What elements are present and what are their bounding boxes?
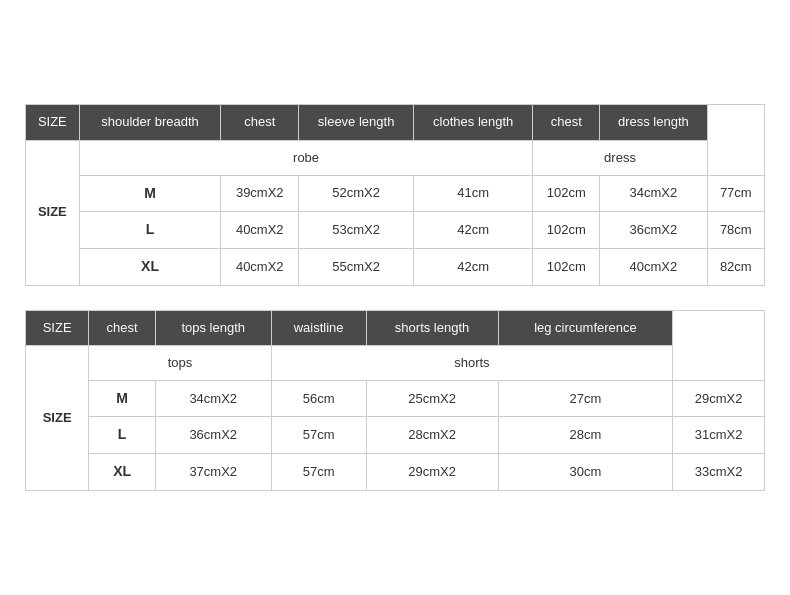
table1-robe-label: robe <box>79 140 533 175</box>
table2-size-label: SIZE <box>26 345 89 490</box>
table1-dress-label: dress <box>533 140 707 175</box>
table1-clothes-header: clothes length <box>414 105 533 140</box>
table1-shoulder-header: shoulder breadth <box>79 105 221 140</box>
leg-l: 31cmX2 <box>673 417 765 454</box>
sleeve-l: 42cm <box>414 212 533 249</box>
table1-category-row: SIZE robe dress <box>26 140 765 175</box>
table2-wrapper: SIZE chest tops length waistline shorts … <box>25 310 765 491</box>
size-m-1: M <box>79 175 221 212</box>
clothes-l: 102cm <box>533 212 600 249</box>
table-row: XL 40cmX2 55cmX2 42cm 102cm 40cmX2 82cm <box>26 248 765 285</box>
table-row: XL 37cmX2 57cm 29cmX2 30cm 33cmX2 <box>26 454 765 491</box>
size-table-2: SIZE chest tops length waistline shorts … <box>25 310 765 491</box>
shorts-length-l: 28cm <box>498 417 673 454</box>
dress-length-m: 77cm <box>707 175 764 212</box>
shoulder-l: 40cmX2 <box>221 212 299 249</box>
table2-leg-header: leg circumference <box>498 310 673 345</box>
leg-xl: 33cmX2 <box>673 454 765 491</box>
shorts-length-xl: 30cm <box>498 454 673 491</box>
table2-header-row: SIZE chest tops length waistline shorts … <box>26 310 765 345</box>
table2-category-row: SIZE tops shorts <box>26 345 765 380</box>
chest-robe-xl: 55cmX2 <box>299 248 414 285</box>
size-m-2: M <box>89 380 156 417</box>
dress-length-l: 78cm <box>707 212 764 249</box>
waistline-xl: 29cmX2 <box>366 454 498 491</box>
table2-waistline-header: waistline <box>271 310 366 345</box>
sleeve-xl: 42cm <box>414 248 533 285</box>
table1-sleeve-header: sleeve length <box>299 105 414 140</box>
tops-length-xl: 57cm <box>271 454 366 491</box>
waistline-m: 25cmX2 <box>366 380 498 417</box>
chest-robe-m: 52cmX2 <box>299 175 414 212</box>
table2-size-header: SIZE <box>26 310 89 345</box>
clothes-xl: 102cm <box>533 248 600 285</box>
sleeve-m: 41cm <box>414 175 533 212</box>
tops-length-l: 57cm <box>271 417 366 454</box>
table2-tops-label: tops <box>89 345 271 380</box>
chest-dress-m: 34cmX2 <box>600 175 707 212</box>
size-l-2: L <box>89 417 156 454</box>
chest-dress-xl: 40cmX2 <box>600 248 707 285</box>
table1-size-label: SIZE <box>26 140 80 285</box>
table2-shorts-length-header: shorts length <box>366 310 498 345</box>
chest-tops-l: 36cmX2 <box>155 417 271 454</box>
chest-robe-l: 53cmX2 <box>299 212 414 249</box>
tops-length-m: 56cm <box>271 380 366 417</box>
table1-header-row: SIZE shoulder breadth chest sleeve lengt… <box>26 105 765 140</box>
size-l-1: L <box>79 212 221 249</box>
clothes-m: 102cm <box>533 175 600 212</box>
chest-dress-l: 36cmX2 <box>600 212 707 249</box>
table2-chest-header: chest <box>89 310 156 345</box>
table-row: M 34cmX2 56cm 25cmX2 27cm 29cmX2 <box>26 380 765 417</box>
table1-size-header: SIZE <box>26 105 80 140</box>
table2-tops-length-header: tops length <box>155 310 271 345</box>
table2-shorts-label: shorts <box>271 345 673 380</box>
table-row: L 36cmX2 57cm 28cmX2 28cm 31cmX2 <box>26 417 765 454</box>
table1-wrapper: SIZE shoulder breadth chest sleeve lengt… <box>25 104 765 285</box>
size-xl-1: XL <box>79 248 221 285</box>
table1-chest-robe-header: chest <box>221 105 299 140</box>
waistline-l: 28cmX2 <box>366 417 498 454</box>
chest-tops-xl: 37cmX2 <box>155 454 271 491</box>
chest-tops-m: 34cmX2 <box>155 380 271 417</box>
table1-dress-length-header: dress length <box>600 105 707 140</box>
size-xl-2: XL <box>89 454 156 491</box>
table-row: M 39cmX2 52cmX2 41cm 102cm 34cmX2 77cm <box>26 175 765 212</box>
table1-chest-dress-header: chest <box>533 105 600 140</box>
shoulder-m: 39cmX2 <box>221 175 299 212</box>
size-table-1: SIZE shoulder breadth chest sleeve lengt… <box>25 104 765 285</box>
shorts-length-m: 27cm <box>498 380 673 417</box>
table-row: L 40cmX2 53cmX2 42cm 102cm 36cmX2 78cm <box>26 212 765 249</box>
dress-length-xl: 82cm <box>707 248 764 285</box>
shoulder-xl: 40cmX2 <box>221 248 299 285</box>
leg-m: 29cmX2 <box>673 380 765 417</box>
